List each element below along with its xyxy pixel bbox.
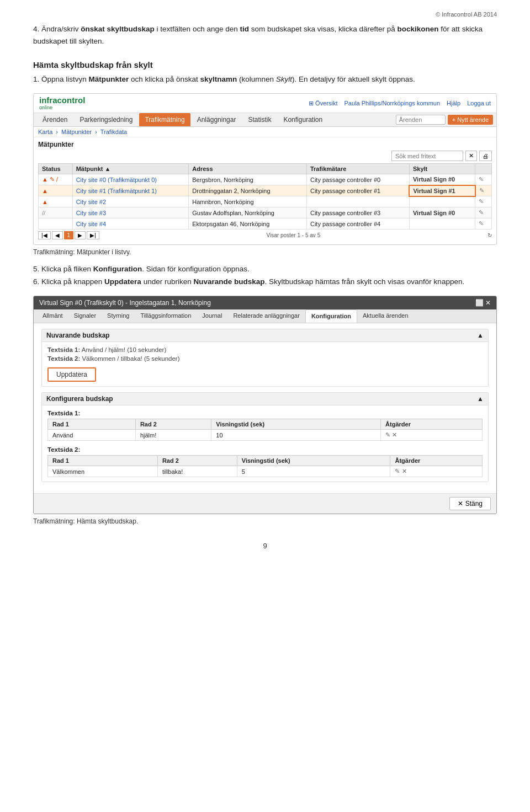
- skylt-cell[interactable]: [409, 218, 475, 229]
- col-atgarder-t1: Åtgärder: [381, 419, 483, 430]
- modal-restore-icon[interactable]: ⬜: [475, 299, 484, 307]
- delete-icon2[interactable]: ✕: [402, 468, 407, 474]
- edit-icon[interactable]: ✎: [385, 431, 390, 438]
- tab-journal[interactable]: Journal: [197, 309, 227, 323]
- nav-statistik[interactable]: Statistik: [242, 113, 277, 126]
- app-logo: infracontrol online: [39, 96, 85, 110]
- address-cell: Gustav Adolfsplan, Norrköping: [189, 207, 307, 218]
- table-heading: Mätpunkter: [38, 141, 492, 148]
- modal-tabs: Allmänt Signaler Styrning Tilläggsinform…: [34, 309, 496, 323]
- breadcrumb-matpunkter[interactable]: Mätpunkter: [61, 129, 92, 135]
- nav-trafikmatning[interactable]: Trafikmätning: [139, 113, 190, 126]
- print-button[interactable]: 🖨: [479, 151, 492, 161]
- edit-icon2[interactable]: ✎: [395, 468, 400, 474]
- tab-signaler[interactable]: Signaler: [68, 309, 102, 323]
- uppdatera-button[interactable]: Uppdatera: [47, 367, 96, 382]
- page-next[interactable]: ▶: [75, 231, 86, 239]
- clear-search-button[interactable]: ✕: [465, 151, 477, 161]
- textsida2-label: Textsida 2: Välkommen / tillbaka! (5 sek…: [47, 355, 483, 362]
- row-action[interactable]: ✎: [475, 174, 492, 185]
- col-tid-t1: Visningstid (sek): [211, 419, 381, 430]
- new-issue-button[interactable]: + Nytt ärende: [448, 115, 493, 125]
- app-screenshot: infracontrol online ⊞ Översikt Paula Phi…: [33, 93, 497, 245]
- col-adress: Adress: [189, 164, 307, 174]
- skylt-cell[interactable]: Virtual Sign #0: [409, 174, 475, 185]
- search-input[interactable]: [391, 151, 463, 161]
- tab-allmaent[interactable]: Allmänt: [37, 309, 68, 323]
- rad1-val: Använd: [48, 430, 136, 441]
- caption1: Trafikmätning: Mätpunkter i listvy.: [33, 248, 497, 256]
- row-action[interactable]: ✎: [475, 185, 492, 196]
- name-cell[interactable]: City site #2: [72, 196, 189, 207]
- conf-textsida1-label: Textsida 1:: [47, 410, 483, 416]
- name-cell[interactable]: City site #3: [72, 207, 189, 218]
- nav-anlaggningar[interactable]: Anläggningar: [192, 113, 242, 126]
- atgarder-val2: ✎ ✕: [390, 466, 483, 477]
- overview-link[interactable]: ⊞ Översikt: [309, 100, 337, 107]
- skylt-cell[interactable]: Virtual Sign #1: [409, 185, 475, 196]
- tab-relaterade[interactable]: Relaterade anläggningar: [227, 309, 305, 323]
- nuvarande-budskap-header: Nuvarande budskap ▲: [42, 329, 488, 342]
- konfigurera-budskap-arrow[interactable]: ▲: [477, 395, 484, 403]
- status-cell: ▲: [39, 185, 73, 196]
- sensor-cell: City passage controller #3: [306, 207, 409, 218]
- modal-close-icon[interactable]: ✕: [485, 299, 491, 307]
- nav-arenden[interactable]: Ärenden: [37, 113, 73, 126]
- app-nav: Ärenden Parkeringsledning Trafikmätning …: [34, 113, 496, 127]
- refresh-icon[interactable]: ↻: [487, 232, 492, 238]
- pagination-info: Visar poster 1 - 5 av 5: [267, 232, 321, 238]
- tab-aktuella-arenden[interactable]: Aktuella ärenden: [357, 309, 414, 323]
- table-row: ▲ City site #1 (Trafikmätpunkt 1) Drottn…: [39, 185, 492, 196]
- app-topbar: infracontrol online ⊞ Översikt Paula Phi…: [34, 94, 496, 113]
- tab-konfiguration[interactable]: Konfiguration: [305, 309, 357, 323]
- col-status: Status: [39, 164, 73, 174]
- page-1[interactable]: 1: [64, 231, 74, 239]
- nav-search-input[interactable]: [396, 115, 446, 125]
- textsida1-value: Använd / hjälm! (10 sekunder): [82, 346, 166, 353]
- nuvarande-budskap-title: Nuvarande budskap: [46, 332, 110, 339]
- row-action[interactable]: ✎: [475, 218, 492, 229]
- help-link[interactable]: Hjälp: [447, 100, 460, 106]
- breadcrumb-karta[interactable]: Karta: [38, 129, 52, 135]
- breadcrumb: Karta › Mätpunkter › Trafikdata: [34, 127, 496, 137]
- name-cell[interactable]: City site #1 (Trafikmätpunkt 1): [72, 185, 189, 196]
- nav-konfiguration[interactable]: Konfiguration: [278, 113, 328, 126]
- modal-footer: ✕ Stäng: [34, 493, 496, 514]
- nav-parkeringsledning[interactable]: Parkeringsledning: [74, 113, 138, 126]
- page-first[interactable]: |◀: [38, 231, 51, 239]
- page-number: 9: [33, 542, 497, 550]
- topbar-right: ⊞ Översikt Paula Phillips/Norrköpings ko…: [309, 100, 491, 107]
- logout-link[interactable]: Logga ut: [467, 100, 491, 106]
- col-actions: [475, 164, 492, 174]
- page-prev[interactable]: ◀: [52, 231, 63, 239]
- textsida2-value: Välkommen / tillbaka! (5 sekunder): [82, 355, 179, 362]
- nav-search: + Nytt ärende: [396, 115, 493, 125]
- tab-tillaggsinformation[interactable]: Tilläggsinformation: [135, 309, 197, 323]
- sensor-cell: [306, 196, 409, 207]
- col-trafikmatare: Trafikmätare: [306, 164, 409, 174]
- close-button[interactable]: ✕ Stäng: [449, 497, 491, 510]
- nuvarande-budskap-arrow[interactable]: ▲: [477, 332, 484, 339]
- step4-text: 4. Ändra/skriv önskat skyltbudskap i tex…: [33, 23, 497, 47]
- tab-styrning[interactable]: Styrning: [102, 309, 135, 323]
- col-matpunkt[interactable]: Mätpunkt ▲: [72, 164, 189, 174]
- delete-icon[interactable]: ✕: [392, 431, 397, 438]
- status-cell: //: [39, 207, 73, 218]
- row-action[interactable]: ✎: [475, 196, 492, 207]
- conf-textsida2-label: Textsida 2:: [47, 446, 483, 453]
- nuvarande-budskap-body: Textsida 1: Använd / hjälm! (10 sekunder…: [42, 342, 488, 386]
- col-atgarder-t2: Åtgärder: [390, 456, 483, 466]
- row-action[interactable]: ✎: [475, 207, 492, 218]
- table-row: ▲ City site #2 Hamnbron, Norrköping ✎: [39, 196, 492, 207]
- skylt-cell[interactable]: [409, 196, 475, 207]
- pagination: |◀ ◀ 1 ▶ ▶| Visar poster 1 - 5 av 5 ↻: [38, 229, 492, 241]
- breadcrumb-trafikdata[interactable]: Trafikdata: [100, 129, 128, 135]
- page-last[interactable]: ▶|: [87, 231, 99, 239]
- name-cell[interactable]: City site #4: [72, 218, 189, 229]
- skylt-cell[interactable]: Virtual Sign #0: [409, 207, 475, 218]
- rad2-val: hjälm!: [135, 430, 211, 441]
- step1-text: 1. Öppna listvyn Mätpunkter och klicka p…: [33, 75, 497, 83]
- name-cell[interactable]: City site #0 (Trafikmätpunkt 0): [72, 174, 189, 185]
- section-heading: Hämta skyltbudskap från skylt: [33, 60, 497, 70]
- modal-title-icons: ⬜ ✕: [475, 299, 491, 307]
